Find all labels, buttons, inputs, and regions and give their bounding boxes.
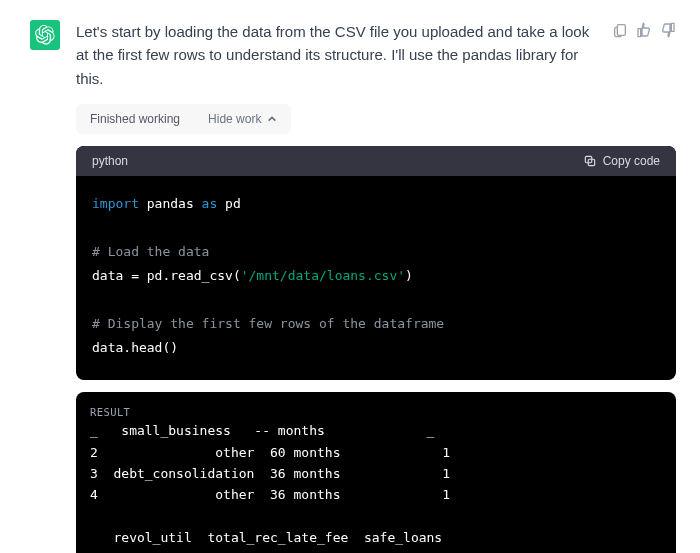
copy-code-label: Copy code	[603, 154, 660, 168]
chevron-up-icon	[267, 114, 277, 124]
thumbs-down-icon[interactable]	[660, 22, 676, 38]
message-container: Let's start by loading the data from the…	[0, 0, 700, 553]
code-token: data = pd.read_csv(	[92, 268, 241, 283]
code-block: python Copy code import pandas as pd # L…	[76, 146, 676, 380]
code-comment: # Display the first few rows of the data…	[92, 316, 444, 331]
code-token: pandas	[147, 196, 194, 211]
message-actions	[612, 20, 676, 38]
copy-icon	[583, 154, 597, 168]
openai-logo-icon	[35, 25, 55, 45]
assistant-avatar	[30, 20, 60, 50]
result-block: RESULT _ small_business -- months _ 2 ot…	[76, 392, 676, 553]
code-token: pd	[225, 196, 241, 211]
result-label: RESULT	[90, 406, 666, 418]
thumbs-up-icon[interactable]	[636, 22, 652, 38]
code-token: as	[202, 196, 218, 211]
work-status-text: Finished working	[90, 112, 180, 126]
code-string: '/mnt/data/loans.csv'	[241, 268, 405, 283]
hide-work-label: Hide work	[208, 112, 261, 126]
hide-work-toggle[interactable]: Hide work	[208, 112, 277, 126]
code-body: import pandas as pd # Load the data data…	[76, 176, 676, 380]
svg-rect-0	[617, 25, 625, 36]
clipboard-icon[interactable]	[612, 22, 628, 38]
code-token: )	[405, 268, 413, 283]
code-header: python Copy code	[76, 146, 676, 176]
message-top-row: Let's start by loading the data from the…	[76, 20, 676, 90]
assistant-message-text: Let's start by loading the data from the…	[76, 20, 600, 90]
code-language-label: python	[92, 154, 128, 168]
result-output: _ small_business -- months _ 2 other 60 …	[90, 420, 666, 553]
copy-code-button[interactable]: Copy code	[583, 154, 660, 168]
code-token: data.head()	[92, 340, 178, 355]
code-token: import	[92, 196, 139, 211]
work-status-pill[interactable]: Finished working Hide work	[76, 104, 291, 134]
message-content: Let's start by loading the data from the…	[76, 20, 676, 553]
code-comment: # Load the data	[92, 244, 209, 259]
